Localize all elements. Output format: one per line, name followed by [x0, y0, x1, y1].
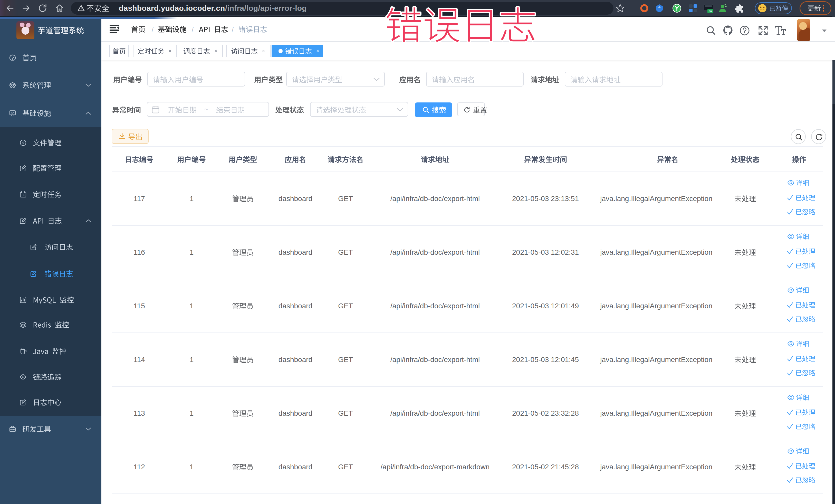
svg-text:on: on [709, 10, 712, 13]
